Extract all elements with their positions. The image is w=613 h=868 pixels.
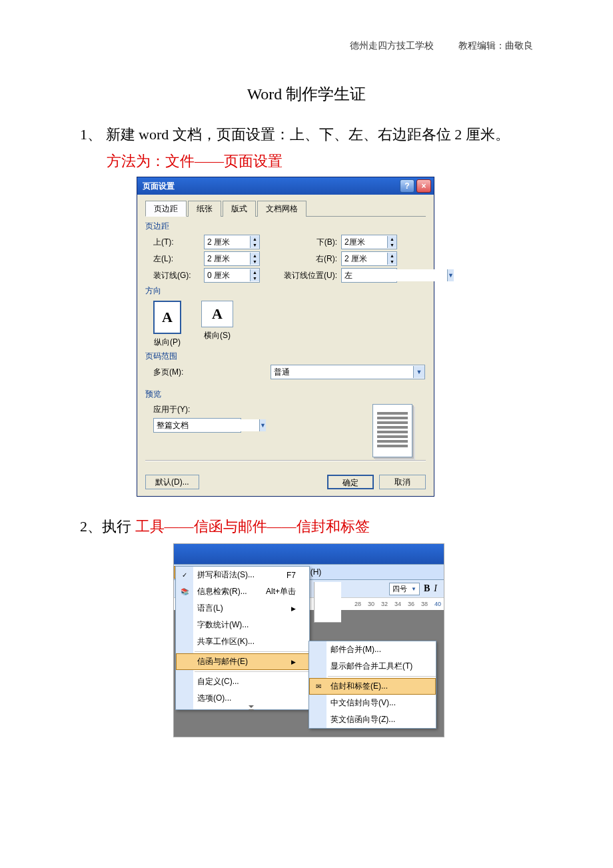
- spin-up-icon[interactable]: ▲: [250, 236, 259, 242]
- applyto-label: 应用于(Y):: [145, 404, 241, 415]
- page-edge: [314, 582, 341, 623]
- menu-item[interactable]: 共享工作区(K)...: [176, 633, 309, 650]
- doc-area: ✓拼写和语法(S)...F7📚信息检索(R)...Alt+单击语言(L)▶字数统…: [174, 610, 444, 737]
- page-setup-dialog: 页面设置 ? × 页边距 纸张 版式 文档网格 页边距 上(T): ▲▼ 下(B…: [137, 177, 434, 497]
- preview-thumbnail: [372, 404, 412, 457]
- submenu-item[interactable]: 英文信函向导(Z)...: [309, 711, 436, 728]
- step-2-method: 工具——信函与邮件——信封和标签: [135, 518, 370, 535]
- orientation-landscape[interactable]: A 横向(S): [201, 301, 233, 348]
- bottom-spinner[interactable]: ▲▼: [341, 235, 397, 249]
- dialog-title: 页面设置: [143, 181, 175, 192]
- page-range-legend: 页码范围: [145, 351, 426, 362]
- close-button[interactable]: ×: [416, 179, 431, 193]
- gutter-label: 装订线(G):: [145, 270, 200, 281]
- cancel-button[interactable]: 取消: [379, 475, 426, 489]
- gutterpos-label: 装订线位置(U):: [277, 270, 337, 281]
- step-1: 1、 新建 word 文档，页面设置：上、下、左、右边距各位 2 厘米。: [80, 125, 533, 145]
- bottom-label: 下(B):: [277, 237, 337, 248]
- applyto-input[interactable]: [154, 419, 259, 431]
- step-2: 2、执行 工具——信函与邮件——信封和标签: [80, 517, 533, 537]
- menu-item[interactable]: 自定义(C)...: [176, 673, 309, 690]
- top-input[interactable]: [205, 236, 250, 248]
- left-input[interactable]: [205, 253, 250, 265]
- window-titlebar: [174, 544, 444, 564]
- gutterpos-combo[interactable]: ▼: [341, 268, 397, 283]
- submenu-arrow-icon: ▶: [291, 605, 296, 612]
- tab-layout[interactable]: 版式: [223, 201, 256, 217]
- left-spinner[interactable]: ▲▼: [204, 251, 260, 266]
- bold-button[interactable]: B: [424, 583, 430, 594]
- tab-margins[interactable]: 页边距: [145, 201, 187, 217]
- multipage-input[interactable]: [271, 366, 413, 378]
- menu-item[interactable]: 📚信息检索(R)...Alt+单击: [176, 583, 309, 600]
- word-menu-screenshot: 工具(T) 表格(A) 窗口(W) 帮助(H) 四号▼ B I 28 30 32…: [173, 543, 444, 737]
- chevron-down-icon[interactable]: ▼: [447, 269, 454, 281]
- menu-item[interactable]: ✓拼写和语法(S)...F7: [176, 567, 309, 583]
- submenu-item[interactable]: 中文信封向导(V)...: [309, 695, 436, 711]
- menu-item[interactable]: 信函与邮件(E)▶: [176, 653, 309, 670]
- menu-item[interactable]: 语言(L)▶: [176, 600, 309, 617]
- chevron-down-icon[interactable]: ▼: [413, 366, 424, 378]
- italic-button[interactable]: I: [434, 583, 437, 594]
- gutter-spinner[interactable]: ▲▼: [204, 268, 260, 283]
- orientation-portrait[interactable]: A 纵向(P): [153, 301, 181, 348]
- right-spinner[interactable]: ▲▼: [341, 251, 397, 266]
- tools-dropdown: ✓拼写和语法(S)...F7📚信息检索(R)...Alt+单击语言(L)▶字数统…: [175, 566, 310, 710]
- expand-menu-icon[interactable]: [176, 707, 309, 709]
- tab-grid[interactable]: 文档网格: [257, 201, 306, 217]
- landscape-icon: A: [201, 301, 233, 327]
- multipage-label: 多页(M):: [145, 367, 200, 378]
- school-name: 德州走四方技工学校: [350, 41, 434, 51]
- submenu-item[interactable]: ✉信封和标签(E)...: [309, 678, 436, 695]
- left-label: 左(L):: [145, 253, 200, 265]
- gutter-input[interactable]: [205, 269, 250, 281]
- menu-item-icon: ✓: [179, 570, 191, 581]
- spin-down-icon[interactable]: ▼: [250, 242, 259, 248]
- preview-legend: 预览: [145, 389, 426, 400]
- dialog-tabs: 页边距 纸张 版式 文档网格: [145, 200, 426, 217]
- right-label: 右(R):: [277, 253, 337, 265]
- top-spinner[interactable]: ▲▼: [204, 235, 260, 249]
- doc-title: Word 制作学生证: [80, 83, 533, 105]
- right-input[interactable]: [342, 253, 387, 265]
- editor-label: 教程编辑：曲敬良: [458, 41, 533, 51]
- portrait-icon: A: [153, 301, 181, 334]
- multipage-combo[interactable]: ▼: [271, 365, 425, 379]
- page-header: 德州走四方技工学校 教程编辑：曲敬良: [80, 40, 533, 52]
- applyto-combo[interactable]: ▼: [153, 418, 241, 433]
- bottom-input[interactable]: [342, 236, 387, 248]
- menu-item-icon: 📚: [179, 587, 191, 597]
- submenu-arrow-icon: ▶: [291, 659, 296, 665]
- ok-button[interactable]: 确定: [327, 475, 374, 489]
- submenu-item[interactable]: 邮件合并(M)...: [309, 641, 436, 658]
- submenu-item[interactable]: 显示邮件合并工具栏(T): [309, 658, 436, 675]
- fontsize-combo[interactable]: 四号▼: [389, 583, 420, 595]
- orientation-legend: 方向: [145, 285, 426, 297]
- menu-item[interactable]: 字数统计(W)...: [176, 617, 309, 633]
- gutterpos-input[interactable]: [342, 269, 447, 281]
- top-label: 上(T):: [145, 237, 200, 248]
- chevron-down-icon: ▼: [411, 586, 416, 592]
- dialog-titlebar: 页面设置 ? ×: [137, 177, 434, 195]
- default-button[interactable]: 默认(D)...: [145, 475, 199, 489]
- chevron-down-icon[interactable]: ▼: [259, 419, 266, 431]
- step-1-method: 方法为：文件——页面设置: [107, 151, 533, 171]
- envelope-icon: ✉: [312, 681, 324, 692]
- letters-submenu: 邮件合并(M)...显示邮件合并工具栏(T)✉信封和标签(E)...中文信封向导…: [308, 641, 436, 729]
- tab-paper[interactable]: 纸张: [188, 201, 221, 217]
- menu-item[interactable]: 选项(O)...: [176, 690, 309, 707]
- margins-legend: 页边距: [145, 221, 426, 232]
- help-button[interactable]: ?: [400, 179, 414, 193]
